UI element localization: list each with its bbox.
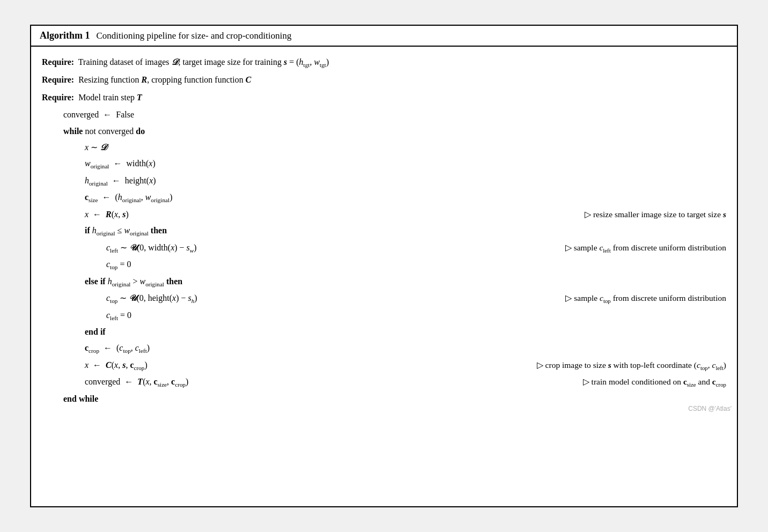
algorithm-header: Algorithm 1 Conditioning pipeline for si…: [31, 26, 737, 47]
converged-update-line: converged ← T(x, csize, ccrop) ▷ train m…: [85, 374, 726, 390]
watermark: CSDN @'Atlas': [688, 403, 732, 415]
h-original: horiginal ← height(x): [85, 173, 156, 189]
c-top-comment: ▷ sample ctop from discrete uniform dist…: [565, 290, 726, 307]
crop-comment: ▷ crop image to size s with top-left coo…: [537, 357, 726, 374]
c-left-zero-line: cleft = 0: [106, 307, 726, 324]
while-line: while not converged do: [63, 123, 726, 139]
converged-init-line: converged ← False: [63, 107, 726, 123]
c-left-sample: cleft ∼ 𝒰(0, width(x) − sw): [106, 240, 197, 256]
algorithm-box: Algorithm 1 Conditioning pipeline for si…: [30, 25, 738, 507]
c-left-zero: cleft = 0: [106, 307, 131, 324]
if-line: if horiginal ≤ woriginal then: [85, 223, 726, 239]
algorithm-title-text: Conditioning pipeline for size- and crop…: [97, 31, 292, 41]
algorithm-title-label: Algorithm 1: [40, 30, 90, 41]
require-line-2: Require: Resizing function R, cropping f…: [42, 72, 726, 88]
require-keyword-1: Require:: [42, 57, 74, 66]
if-statement: if horiginal ≤ woriginal then: [85, 223, 167, 239]
x-crop: x ← C(x, s, ccrop): [85, 357, 147, 374]
algorithm-body: Require: Training dataset of images 𝒟, t…: [31, 47, 737, 418]
c-left-comment: ▷ sample cleft from discrete uniform dis…: [565, 240, 726, 256]
c-size-line: csize ← (horiginal, woriginal): [85, 189, 726, 206]
w-original: woriginal ← width(x): [85, 156, 156, 172]
train-comment: ▷ train model conditioned on csize and c…: [583, 374, 726, 390]
h-original-line: horiginal ← height(x): [85, 173, 726, 189]
c-top-zero: ctop = 0: [106, 256, 131, 273]
x-crop-line: x ← C(x, s, ccrop) ▷ crop image to size …: [85, 357, 726, 374]
c-top-sample: ctop ∼ 𝒰(0, height(x) − sh): [106, 290, 197, 307]
require-line-1: Require: Training dataset of images 𝒟, t…: [42, 54, 726, 71]
require-keyword-3: Require:: [42, 93, 74, 102]
w-original-line: woriginal ← width(x): [85, 156, 726, 172]
end-if: end if: [85, 324, 106, 340]
require-keyword-2: Require:: [42, 75, 74, 84]
else-if-line: else if horiginal > woriginal then: [85, 274, 726, 290]
while-statement: while not converged do: [63, 123, 145, 139]
end-while-line: end while: [63, 391, 726, 407]
resize-comment: ▷ resize smaller image size to target si…: [585, 206, 726, 222]
c-top-zero-line: ctop = 0: [106, 256, 726, 273]
require-line-3: Require: Model train step T: [42, 90, 726, 106]
end-while: end while: [63, 391, 98, 407]
else-if-statement: else if horiginal > woriginal then: [85, 274, 182, 290]
c-size: csize ← (horiginal, woriginal): [85, 189, 172, 206]
c-left-sample-line: cleft ∼ 𝒰(0, width(x) − sw) ▷ sample cle…: [106, 240, 726, 256]
x-sample: x ∼ 𝒟: [85, 139, 107, 156]
converged-update: converged ← T(x, csize, ccrop): [85, 374, 188, 390]
converged-init: converged ← False: [63, 107, 134, 123]
c-top-sample-line: ctop ∼ 𝒰(0, height(x) − sh) ▷ sample cto…: [106, 290, 726, 307]
x-sample-line: x ∼ 𝒟: [85, 139, 726, 156]
c-crop: ccrop ← (ctop, cleft): [85, 340, 150, 357]
end-if-line: end if: [85, 324, 726, 340]
x-resize-line: x ← R(x, s) ▷ resize smaller image size …: [85, 206, 726, 223]
c-crop-line: ccrop ← (ctop, cleft): [85, 340, 726, 357]
x-resize: x ← R(x, s): [85, 206, 129, 223]
